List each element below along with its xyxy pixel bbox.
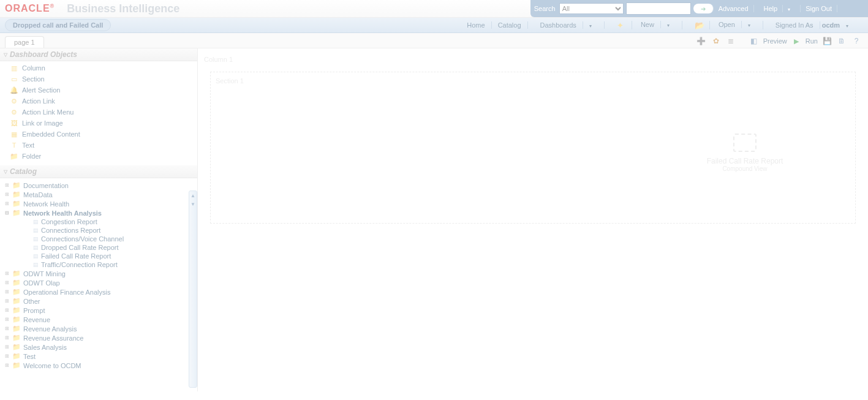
expand-icon[interactable]: ⊞	[4, 363, 10, 368]
new-icon: ✦	[611, 21, 632, 29]
new-menu[interactable]: ✦New▾	[605, 21, 682, 29]
catalog-folder[interactable]: ⊞📁Operational Finance Analysis	[4, 287, 194, 296]
catalog-folder[interactable]: ⊞📁Revenue	[4, 315, 194, 324]
catalog-folder[interactable]: ⊞📁Revenue Assurance	[4, 333, 194, 342]
catalog-report[interactable]: ▤Dropped Call Rate Report	[4, 243, 194, 252]
object-label: Alert Section	[22, 86, 60, 94]
expand-icon[interactable]: ⊞	[4, 353, 10, 359]
dashboard-object-item[interactable]: ⚙Action Link	[4, 96, 194, 107]
scroll-up-icon[interactable]: ▲	[189, 191, 197, 200]
signout-link[interactable]: Sign Out	[801, 5, 837, 12]
dashboard-object-item[interactable]: ▭Section	[4, 74, 194, 85]
run-icon[interactable]: ▶	[791, 36, 802, 47]
catalog-folder[interactable]: ⊞📁Revenue Analysis	[4, 324, 194, 333]
report-placeholder[interactable]: Failed Call Rate Report Compound View	[684, 134, 806, 172]
dashboard-object-item[interactable]: 📁Folder	[4, 151, 194, 162]
help-link[interactable]: Help▾	[754, 5, 801, 12]
catalog-folder[interactable]: ⊞📁Other	[4, 296, 194, 306]
node-label: Connections/Voice Channel	[41, 235, 124, 243]
expand-icon[interactable]: ⊞	[4, 298, 10, 304]
options-icon[interactable]: ≣	[725, 36, 736, 47]
run-button[interactable]: Run	[806, 37, 818, 45]
catalog-folder[interactable]: ⊞📁ODWT Olap	[4, 278, 194, 287]
dashboard-properties-icon[interactable]: ✿	[711, 36, 722, 47]
catalog-link[interactable]: Catalog	[492, 21, 528, 29]
expand-icon[interactable]: ⊞	[4, 201, 10, 206]
expand-icon[interactable]: ⊞	[4, 317, 10, 322]
catalog-report[interactable]: ▤Traffic/Connection Report	[4, 260, 194, 269]
advanced-link[interactable]: Advanced	[714, 5, 754, 12]
object-label: Folder	[22, 153, 41, 160]
node-label: Other	[23, 298, 40, 305]
object-icon: ▦	[10, 130, 18, 138]
dashboard-object-item[interactable]: 🔔Alert Section	[4, 85, 194, 96]
tab-row: page 1 ➕ ✿ ≣ ◧ Preview ▶ Run 💾 🗎 ?	[0, 33, 868, 48]
expand-icon[interactable]: ⊟	[4, 210, 10, 216]
search-scope-select[interactable]: All	[559, 3, 624, 14]
column-label: Column 1	[204, 56, 233, 63]
document-icon: ▤	[33, 227, 39, 233]
dashboard-object-item[interactable]: ▥Column	[4, 62, 194, 74]
catalog-folder[interactable]: ⊞📁Network Health	[4, 199, 194, 208]
catalog-folder[interactable]: ⊞📁Documentation	[4, 181, 194, 190]
node-label: Network Health	[23, 200, 69, 208]
search-input[interactable]	[626, 2, 691, 15]
preview-button[interactable]: Preview	[763, 37, 787, 45]
add-page-icon[interactable]: ➕	[696, 36, 707, 47]
document-icon: ▤	[33, 236, 39, 242]
open-menu[interactable]: 📂Open▾	[682, 21, 763, 29]
objects-heading[interactable]: ▽Dashboard Objects	[0, 48, 197, 61]
folder-icon: 📁	[12, 297, 21, 305]
catalog-folder[interactable]: ⊞📁Sales Analysis	[4, 342, 194, 352]
catalog-folder[interactable]: ⊞📁Welcome to OCDM	[4, 361, 194, 370]
dashboard-object-item[interactable]: TText	[4, 140, 194, 151]
section-box[interactable]: Section 1 Failed Call Rate Report Compou…	[210, 72, 856, 224]
tab-page1[interactable]: page 1	[5, 36, 44, 48]
report-title: Failed Call Rate Report	[684, 157, 806, 165]
save-icon[interactable]: 💾	[821, 36, 832, 47]
status-pill-icon	[841, 5, 862, 12]
object-label: Action Link Menu	[22, 108, 74, 116]
catalog-folder[interactable]: ⊞📁Test	[4, 352, 194, 361]
catalog-folder[interactable]: ⊞📁ODWT Mining	[4, 269, 194, 278]
expand-icon[interactable]: ⊞	[4, 280, 10, 285]
dashboard-object-item[interactable]: 🖼Link or Image	[4, 118, 194, 129]
expand-icon[interactable]: ⊞	[4, 183, 10, 188]
node-label: MetaData	[23, 191, 53, 198]
expand-icon[interactable]: ⊞	[4, 335, 10, 341]
expand-icon[interactable]: ⊞	[4, 344, 10, 350]
preview-icon[interactable]: ◧	[749, 36, 760, 47]
catalog-report[interactable]: ▤Congestion Report	[4, 217, 194, 226]
folder-icon: 📁	[12, 334, 21, 342]
dashboard-object-item[interactable]: ▦Embedded Content	[4, 129, 194, 140]
catalog-heading[interactable]: ▽Catalog	[0, 165, 197, 178]
search-button[interactable]: ➔	[693, 4, 714, 13]
node-label: Sales Analysis	[23, 344, 67, 351]
node-label: ODWT Olap	[23, 279, 60, 287]
expand-icon[interactable]: ⊞	[4, 308, 10, 313]
catalog-report[interactable]: ▤Connections/Voice Channel	[4, 235, 194, 243]
document-icon: ▤	[33, 253, 39, 259]
catalog-folder[interactable]: ⊞📁MetaData	[4, 190, 194, 199]
object-icon: T	[10, 141, 18, 149]
subheader-right: Home Catalog Dashboards▾ ✦New▾ 📂Open▾ Si…	[461, 21, 868, 29]
expand-icon[interactable]: ⊞	[4, 192, 10, 197]
dashboard-object-item[interactable]: ⚙Action Link Menu	[4, 107, 194, 118]
folder-icon: 📁	[12, 200, 21, 208]
dashboards-menu[interactable]: Dashboards▾	[528, 21, 605, 29]
help-icon[interactable]: ?	[851, 36, 862, 47]
expand-icon[interactable]: ⊞	[4, 289, 10, 295]
scroll-down-icon[interactable]: ▼	[189, 200, 197, 208]
expand-icon[interactable]: ⊞	[4, 271, 10, 276]
expand-icon[interactable]: ⊞	[4, 326, 10, 331]
catalog-folder[interactable]: ⊞📁Prompt	[4, 306, 194, 315]
save-as-icon[interactable]: 🗎	[836, 36, 847, 47]
catalog-report[interactable]: ▤Failed Call Rate Report	[4, 252, 194, 260]
folder-icon: 📁	[12, 209, 21, 217]
node-label: Operational Finance Analysis	[23, 289, 110, 296]
catalog-report[interactable]: ▤Connections Report	[4, 226, 194, 235]
catalog-folder[interactable]: ⊟📁Network Health Analysis	[4, 208, 194, 217]
bi-title: Business Intelligence	[55, 2, 179, 15]
home-link[interactable]: Home	[461, 21, 491, 29]
catalog-scrollbar[interactable]: ▲ ▼	[189, 191, 197, 388]
